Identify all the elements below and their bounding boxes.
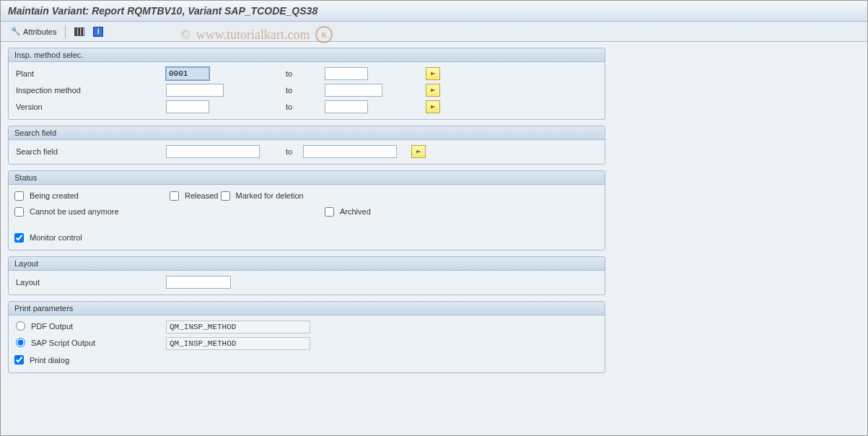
im-from-input[interactable] — [166, 84, 224, 97]
attributes-button[interactable]: 🔧 Attributes — [8, 25, 59, 38]
marked-deletion-checkbox[interactable]: Marked for deletion — [221, 188, 304, 204]
version-label: Version — [14, 103, 166, 111]
cannot-use-checkbox[interactable]: Cannot be used anymore — [14, 204, 119, 219]
plant-to-input[interactable] — [325, 67, 368, 80]
layout-input[interactable] — [166, 276, 231, 289]
svg-rect-2 — [434, 106, 435, 107]
group-header: Insp. method selec. — [9, 48, 605, 62]
group-status: Status Being created Cannot be used anym… — [8, 170, 605, 250]
im-multi-button[interactable] — [426, 84, 440, 97]
im-to-input[interactable] — [325, 84, 382, 97]
row-print-dialog: Print dialog — [14, 352, 599, 368]
attributes-label: Attributes — [23, 27, 56, 36]
search-to-input[interactable] — [303, 145, 397, 158]
row-version: Version to — [14, 98, 599, 115]
plant-label: Plant — [14, 69, 166, 78]
group-print: Print parameters PDF Output QM_INSP_METH… — [8, 301, 605, 373]
group-insp-method: Insp. method selec. Plant to Inspection … — [8, 48, 605, 120]
toolbar: 🔧 Attributes i — [1, 22, 867, 42]
version-from-input[interactable] — [166, 100, 209, 113]
row-layout: Layout — [14, 274, 599, 290]
plant-from-input[interactable] — [166, 67, 209, 80]
plant-multi-button[interactable] — [426, 67, 440, 80]
info-button[interactable]: i — [90, 25, 106, 38]
sap-form-field[interactable]: QM_INSP_METHOD — [166, 337, 310, 350]
arrow-right-icon — [431, 103, 435, 110]
svg-rect-3 — [419, 151, 421, 152]
list-button[interactable] — [71, 26, 87, 38]
group-layout: Layout Layout — [8, 256, 605, 295]
search-label: Search field — [14, 147, 166, 156]
archived-checkbox[interactable]: Archived — [325, 204, 371, 219]
info-icon: i — [93, 27, 103, 37]
pdf-output-radio[interactable]: PDF Output — [16, 321, 73, 331]
svg-rect-0 — [434, 73, 435, 74]
monitor-control-checkbox[interactable]: Monitor control — [14, 230, 82, 245]
to-label: to — [281, 86, 296, 95]
released-checkbox[interactable]: Released — [170, 188, 218, 204]
toolbar-separator — [65, 25, 66, 38]
to-label: to — [281, 69, 296, 78]
group-header: Status — [9, 171, 605, 185]
attributes-icon: 🔧 — [11, 27, 21, 36]
row-sapscript-output: SAP Script Output QM_INSP_METHOD — [14, 335, 599, 352]
pdf-form-field[interactable]: QM_INSP_METHOD — [166, 321, 310, 333]
group-header: Search field — [9, 126, 605, 140]
search-from-input[interactable] — [166, 145, 260, 158]
search-multi-button[interactable] — [411, 145, 426, 158]
barcode-icon — [74, 27, 84, 36]
to-label: to — [281, 147, 296, 156]
content-area: Insp. method selec. Plant to Inspection … — [1, 42, 867, 385]
row-inspection-method: Inspection method to — [14, 82, 599, 98]
to-label: to — [281, 103, 296, 111]
layout-label: Layout — [14, 278, 166, 287]
arrow-right-icon — [416, 148, 421, 155]
row-pdf-output: PDF Output QM_INSP_METHOD — [14, 318, 599, 335]
arrow-right-icon — [431, 87, 435, 94]
svg-rect-1 — [434, 90, 435, 90]
group-header: Print parameters — [9, 302, 605, 315]
print-dialog-checkbox[interactable]: Print dialog — [14, 355, 69, 365]
arrow-right-icon — [431, 70, 435, 77]
group-header: Layout — [9, 257, 605, 271]
version-to-input[interactable] — [325, 100, 368, 113]
page-title: Maintain Variant: Report RQMTBV10, Varia… — [1, 1, 867, 22]
row-plant: Plant to — [14, 65, 599, 82]
version-multi-button[interactable] — [426, 100, 440, 113]
group-search: Search field Search field to — [8, 126, 605, 165]
im-label: Inspection method — [14, 86, 166, 95]
being-created-checkbox[interactable]: Being created — [14, 188, 79, 204]
sapscript-output-radio[interactable]: SAP Script Output — [16, 338, 95, 347]
row-search: Search field to — [14, 143, 599, 160]
